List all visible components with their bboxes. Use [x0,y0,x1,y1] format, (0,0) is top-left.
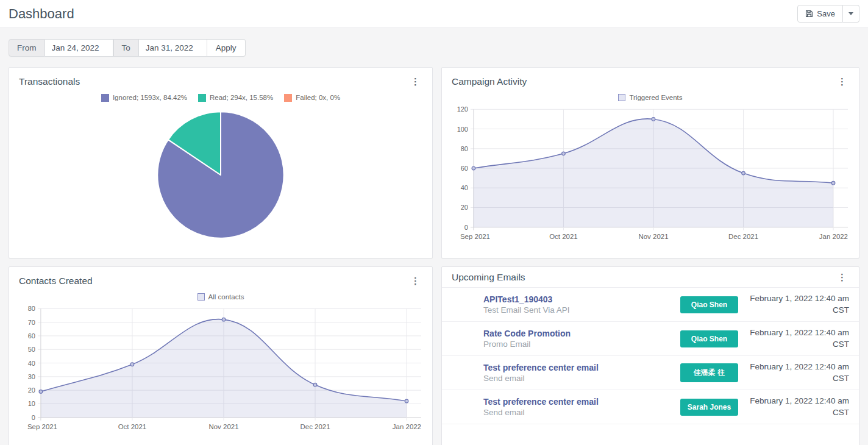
save-button-group: Save [797,5,859,23]
legend-swatch [618,94,625,101]
email-datetime: February 1, 2022 12:40 am CST [744,361,849,383]
panel-transactionals-header: Transactionals ⋮ [9,68,432,91]
date-to-input[interactable] [139,39,207,57]
panel-transactionals: Transactionals ⋮ Ignored; 1593x, 84.42% … [9,67,433,258]
email-row: Test preference center email Send email … [442,390,859,424]
email-info: Rate Code Promotion Promo Email [483,329,680,349]
dashboard-content: From To Apply Transactionals ⋮ Ignored; … [0,28,868,445]
svg-text:40: 40 [28,360,35,367]
contact-badge[interactable]: Qiao Shen [680,330,738,347]
svg-text:20: 20 [461,204,468,211]
svg-text:70: 70 [28,319,35,326]
campaign-legend: Triggered Events [442,91,859,104]
email-datetime: February 1, 2022 12:40 am CST [744,396,849,418]
svg-text:20: 20 [28,386,35,394]
svg-text:Nov 2021: Nov 2021 [638,233,668,240]
to-label: To [113,39,139,57]
email-title-link[interactable]: Rate Code Promotion [483,329,680,338]
email-row: Test preference center email Send email … [442,356,859,390]
legend-item-read[interactable]: Read; 294x, 15.58% [198,94,273,102]
svg-text:Jan 2022: Jan 2022 [819,233,848,240]
email-title-link[interactable]: Test preference center email [483,397,680,407]
legend-swatch [197,293,205,301]
email-info: Test preference center email Send email [483,363,680,383]
legend-label: Triggered Events [629,94,682,101]
panel-campaign-activity: Campaign Activity ⋮ Triggered Events 020… [441,67,859,258]
svg-text:10: 10 [28,400,35,407]
svg-text:0: 0 [464,224,468,231]
contact-badge[interactable]: Sarah Jones [680,399,738,416]
panel-menu-icon[interactable]: ⋮ [408,275,422,287]
email-row: APITest1_190403 Test Email Sent Via API … [442,288,859,322]
panel-title: Upcoming Emails [452,272,525,283]
svg-text:Jan 2022: Jan 2022 [393,423,421,430]
campaign-activity-chart: 020406080100120Sep 2021Oct 2021Nov 2021D… [452,104,849,244]
legend-item-triggered-events[interactable]: Triggered Events [618,94,682,101]
svg-text:Nov 2021: Nov 2021 [208,423,238,430]
svg-text:80: 80 [461,145,468,152]
svg-text:Dec 2021: Dec 2021 [728,233,758,240]
apply-button[interactable]: Apply [207,39,246,57]
panel-emails-header: Upcoming Emails ⋮ [442,267,859,288]
email-datetime: February 1, 2022 12:40 am CST [744,293,849,315]
legend-item-failed[interactable]: Failed; 0x, 0% [284,94,340,102]
contact-badge[interactable]: Qiao Shen [680,296,738,313]
svg-text:Dec 2021: Dec 2021 [301,423,330,430]
legend-label: Read; 294x, 15.58% [210,94,273,101]
legend-item-all-contacts[interactable]: All contacts [197,293,244,301]
save-button[interactable]: Save [797,5,843,23]
panel-title: Contacts Created [19,276,93,287]
panel-menu-icon[interactable]: ⋮ [835,76,849,87]
email-title-link[interactable]: Test preference center email [483,363,680,372]
svg-text:40: 40 [461,184,468,191]
email-row: Rate Code Promotion Promo Email Qiao She… [442,322,859,356]
svg-text:Sep 2021: Sep 2021 [460,233,490,240]
svg-text:50: 50 [28,346,35,353]
panel-title: Campaign Activity [452,76,527,87]
email-title-link[interactable]: APITest1_190403 [483,294,680,304]
legend-item-ignored[interactable]: Ignored; 1593x, 84.42% [101,94,187,102]
legend-label: Ignored; 1593x, 84.42% [113,94,187,101]
email-subtitle: Send email [483,408,680,417]
widget-grid: Transactionals ⋮ Ignored; 1593x, 84.42% … [9,67,859,445]
page-title: Dashboard [9,6,74,22]
email-info: APITest1_190403 Test Email Sent Via API [483,294,680,315]
contact-badge[interactable]: 佳潘柔 往 [680,363,738,382]
date-filter-bar: From To Apply [9,39,859,57]
legend-label: Failed; 0x, 0% [296,94,340,101]
chevron-down-icon [848,12,853,15]
email-datetime: February 1, 2022 12:40 am CST [744,327,849,349]
panel-upcoming-emails: Upcoming Emails ⋮ APITest1_190403 Test E… [441,266,859,445]
contacts-legend: All contacts [9,290,432,304]
legend-swatch-failed [284,94,292,102]
email-subtitle: Test Email Sent Via API [483,305,680,315]
pie-legend: Ignored; 1593x, 84.42% Read; 294x, 15.58… [9,91,432,104]
contacts-created-chart: 01020304050607080Sep 2021Oct 2021Nov 202… [19,304,422,435]
email-subtitle: Send email [483,374,680,383]
svg-text:Sep 2021: Sep 2021 [27,423,57,430]
legend-swatch-ignored [101,94,109,102]
topbar: Dashboard Save [0,0,868,28]
email-subtitle: Promo Email [483,340,680,349]
panel-menu-icon[interactable]: ⋮ [408,76,422,87]
save-dropdown-button[interactable] [843,5,859,23]
svg-text:80: 80 [28,305,35,312]
svg-text:120: 120 [457,105,468,113]
panel-contacts-header: Contacts Created ⋮ [9,267,432,290]
svg-text:Oct 2021: Oct 2021 [118,423,146,430]
panel-contacts-created: Contacts Created ⋮ All contacts 01020304… [9,266,433,445]
transactionals-pie-chart [19,104,422,246]
date-from-input[interactable] [45,39,113,57]
email-info: Test preference center email Send email [483,397,680,417]
svg-text:30: 30 [28,373,35,380]
legend-swatch-read [198,94,206,102]
save-button-label: Save [817,9,835,19]
from-label: From [9,39,45,57]
svg-text:100: 100 [457,126,468,133]
panel-menu-icon[interactable]: ⋮ [835,271,849,283]
date-range-group: From To Apply [9,39,246,57]
svg-text:60: 60 [28,332,35,340]
panel-campaign-header: Campaign Activity ⋮ [442,68,859,91]
legend-label: All contacts [208,293,244,301]
svg-text:0: 0 [32,414,35,421]
